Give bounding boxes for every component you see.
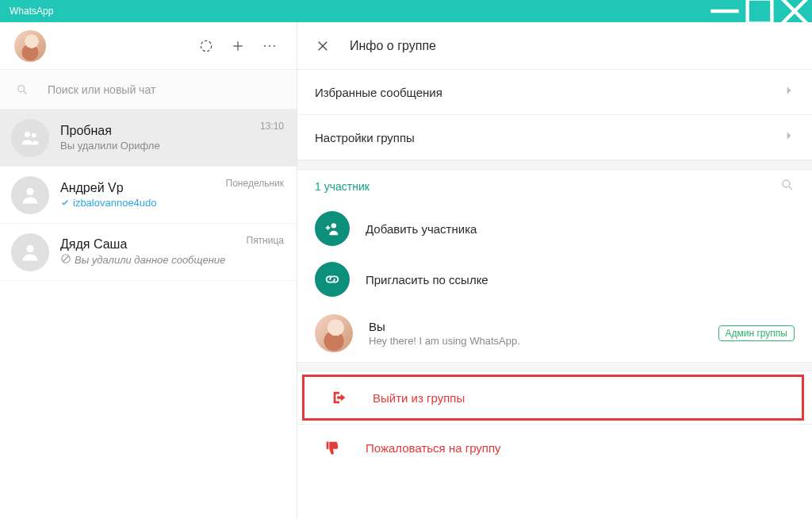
- close-icon[interactable]: [315, 38, 331, 54]
- menu-icon[interactable]: [254, 30, 285, 62]
- participants-header: 1 участник: [297, 170, 812, 203]
- svg-line-11: [24, 91, 26, 94]
- report-group-row[interactable]: Пожаловаться на группу: [297, 425, 812, 471]
- new-chat-icon[interactable]: [222, 30, 254, 62]
- member-name: Вы: [369, 320, 703, 333]
- section-gap: [297, 160, 812, 170]
- add-person-icon: [315, 211, 350, 246]
- group-settings-row[interactable]: Настройки группы: [297, 115, 812, 160]
- svg-line-17: [63, 256, 69, 262]
- svg-line-21: [789, 186, 792, 190]
- svg-point-4: [201, 40, 211, 51]
- chat-item[interactable]: Дядя Саша Вы удалили данное сообщение Пя…: [0, 224, 297, 281]
- leave-group-row[interactable]: Выйти из группы: [302, 375, 804, 421]
- svg-point-7: [264, 44, 266, 46]
- sidebar: Поиск или новый чат Пробная Вы удалили О…: [0, 22, 297, 519]
- close-window-button[interactable]: [777, 0, 812, 22]
- info-panel: Инфо о группе Избранные сообщения Настро…: [297, 22, 812, 519]
- blocked-icon: [60, 253, 71, 267]
- person-avatar-icon: [11, 233, 49, 271]
- group-avatar-icon: [11, 119, 49, 157]
- starred-messages-row[interactable]: Избранные сообщения: [297, 70, 812, 115]
- chevron-right-icon: [783, 85, 795, 99]
- svg-rect-1: [748, 0, 772, 23]
- section-gap: [297, 362, 812, 371]
- status-icon[interactable]: [190, 30, 222, 62]
- window-title: WhatsApp: [10, 6, 53, 17]
- chat-item[interactable]: Пробная Вы удалили Орифле 13:10: [0, 110, 297, 167]
- chat-subtitle: Вы удалили Орифле: [60, 140, 285, 152]
- search-participants-icon[interactable]: [780, 178, 795, 195]
- svg-point-15: [26, 244, 33, 252]
- minimize-button[interactable]: [707, 0, 742, 22]
- member-status: Hey there! I am using WhatsApp.: [369, 335, 703, 347]
- add-participant-row[interactable]: Добавить участника: [297, 203, 812, 254]
- panel-title: Инфо о группе: [350, 39, 436, 53]
- exit-icon: [322, 389, 357, 406]
- chat-list: Пробная Вы удалили Орифле 13:10 Андрей V…: [0, 110, 297, 519]
- panel-header: Инфо о группе: [297, 22, 812, 70]
- person-avatar-icon: [11, 176, 49, 214]
- admin-badge: Админ группы: [718, 325, 795, 341]
- sidebar-header: [0, 22, 297, 70]
- chat-time: Понедельник: [226, 178, 284, 189]
- profile-avatar[interactable]: [14, 30, 46, 62]
- link-icon: [315, 262, 350, 297]
- svg-point-8: [269, 44, 270, 46]
- svg-point-9: [274, 44, 275, 46]
- window-controls: [707, 0, 812, 22]
- maximize-button[interactable]: [742, 0, 777, 22]
- window-titlebar: WhatsApp: [0, 0, 812, 22]
- svg-point-12: [25, 131, 30, 136]
- invite-link-row[interactable]: Пригласить по ссылке: [297, 254, 812, 305]
- chat-title: Пробная: [60, 124, 285, 138]
- search-input[interactable]: Поиск или новый чат: [0, 70, 297, 110]
- svg-point-10: [18, 85, 25, 91]
- svg-point-22: [331, 223, 336, 228]
- search-placeholder: Поиск или новый чат: [48, 83, 155, 96]
- chat-time: 13:10: [260, 121, 284, 132]
- check-icon: [60, 198, 70, 208]
- chat-item[interactable]: Андрей Vp izbalovannoe4udo Понедельник: [0, 167, 297, 224]
- chat-subtitle: izbalovannoe4udo: [60, 197, 285, 209]
- svg-point-20: [783, 180, 790, 187]
- search-icon: [13, 83, 32, 96]
- chevron-right-icon: [783, 130, 795, 144]
- participants-count: 1 участник: [315, 180, 370, 193]
- member-row[interactable]: Вы Hey there! I am using WhatsApp. Админ…: [297, 305, 812, 362]
- svg-point-14: [26, 187, 33, 194]
- member-avatar: [315, 314, 353, 352]
- chat-subtitle: Вы удалили данное сообщение: [60, 253, 285, 267]
- thumbs-down-icon: [315, 439, 350, 456]
- svg-point-13: [32, 133, 36, 137]
- chat-time: Пятница: [247, 235, 285, 246]
